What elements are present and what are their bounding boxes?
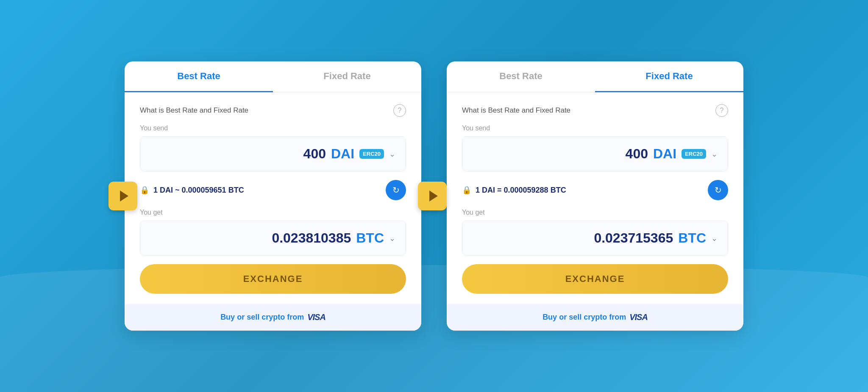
send-input-box-right[interactable]: 400 DAI ERC20 ⌄: [462, 136, 728, 171]
send-badge-left: ERC20: [359, 149, 384, 159]
help-icon-left[interactable]: ?: [393, 104, 406, 117]
info-row-left: What is Best Rate and Fixed Rate ?: [140, 104, 406, 117]
get-input-box-right[interactable]: 0.023715365 BTC ⌄: [462, 221, 728, 256]
rate-text-left: 1 DAI ~ 0.000059651 BTC: [153, 186, 244, 195]
send-chevron-right[interactable]: ⌄: [711, 149, 718, 159]
card-footer-right: Buy or sell crypto from VISA: [447, 304, 743, 331]
footer-text-left: Buy or sell crypto from: [220, 313, 304, 322]
visa-logo-left: VISA: [307, 312, 326, 322]
card-best-rate: Best Rate Fixed Rate What is Best Rate a…: [125, 61, 421, 331]
visa-logo-right: VISA: [629, 312, 648, 322]
play-icon-left: [120, 190, 128, 202]
you-get-label-left: You get: [140, 209, 406, 216]
play-icon-middle: [429, 190, 438, 202]
get-input-box-left[interactable]: 0.023810385 BTC ⌄: [140, 221, 406, 256]
send-chevron-left[interactable]: ⌄: [389, 149, 395, 159]
tab-fixed-rate-left[interactable]: Fixed Rate: [273, 61, 421, 92]
send-input-box-left[interactable]: 400 DAI ERC20 ⌄: [140, 136, 406, 171]
widget-container: Best Rate Fixed Rate What is Best Rate a…: [125, 61, 743, 331]
card-body-left: What is Best Rate and Fixed Rate ? You s…: [125, 92, 421, 294]
lock-icon-left: 🔒: [140, 185, 149, 195]
rate-row-right: 🔒 1 DAI = 0.000059288 BTC ↻: [462, 180, 728, 200]
tabs-right: Best Rate Fixed Rate: [447, 61, 743, 92]
you-send-label-right: You send: [462, 124, 728, 132]
refresh-button-left[interactable]: ↻: [386, 180, 406, 200]
help-icon-right[interactable]: ?: [715, 104, 728, 117]
card-fixed-rate: Best Rate Fixed Rate What is Best Rate a…: [447, 61, 743, 331]
get-amount-left: 0.023810385: [272, 230, 351, 246]
send-amount-left: 400: [303, 146, 326, 162]
tab-best-rate-right[interactable]: Best Rate: [447, 61, 595, 92]
rate-info-right: 🔒 1 DAI = 0.000059288 BTC: [462, 185, 566, 195]
card-footer-left: Buy or sell crypto from VISA: [125, 304, 421, 331]
footer-text-right: Buy or sell crypto from: [542, 313, 626, 322]
refresh-button-right[interactable]: ↻: [708, 180, 728, 200]
info-row-right: What is Best Rate and Fixed Rate ?: [462, 104, 728, 117]
get-amount-right: 0.023715365: [594, 230, 673, 246]
tab-fixed-rate-right[interactable]: Fixed Rate: [595, 61, 743, 92]
tabs-left: Best Rate Fixed Rate: [125, 61, 421, 92]
play-button-middle[interactable]: [418, 182, 447, 210]
you-get-label-right: You get: [462, 209, 728, 216]
card-body-right: What is Best Rate and Fixed Rate ? You s…: [447, 92, 743, 294]
rate-info-left: 🔒 1 DAI ~ 0.000059651 BTC: [140, 185, 244, 195]
info-text-right: What is Best Rate and Fixed Rate: [462, 106, 570, 115]
lock-icon-right: 🔒: [462, 185, 471, 195]
send-amount-right: 400: [626, 146, 648, 162]
rate-text-right: 1 DAI = 0.000059288 BTC: [476, 186, 566, 195]
tab-best-rate-left[interactable]: Best Rate: [125, 61, 273, 92]
send-currency-left: DAI: [331, 146, 354, 162]
send-badge-right: ERC20: [682, 149, 706, 159]
play-button-left[interactable]: [108, 182, 137, 210]
exchange-button-right[interactable]: EXCHANGE: [462, 264, 728, 294]
get-chevron-left[interactable]: ⌄: [389, 234, 395, 243]
you-send-label-left: You send: [140, 124, 406, 132]
info-text-left: What is Best Rate and Fixed Rate: [140, 106, 248, 115]
rate-row-left: 🔒 1 DAI ~ 0.000059651 BTC ↻: [140, 180, 406, 200]
get-currency-left: BTC: [356, 230, 384, 246]
get-chevron-right[interactable]: ⌄: [711, 234, 718, 243]
get-currency-right: BTC: [678, 230, 706, 246]
send-currency-right: DAI: [653, 146, 676, 162]
exchange-button-left[interactable]: EXCHANGE: [140, 264, 406, 294]
